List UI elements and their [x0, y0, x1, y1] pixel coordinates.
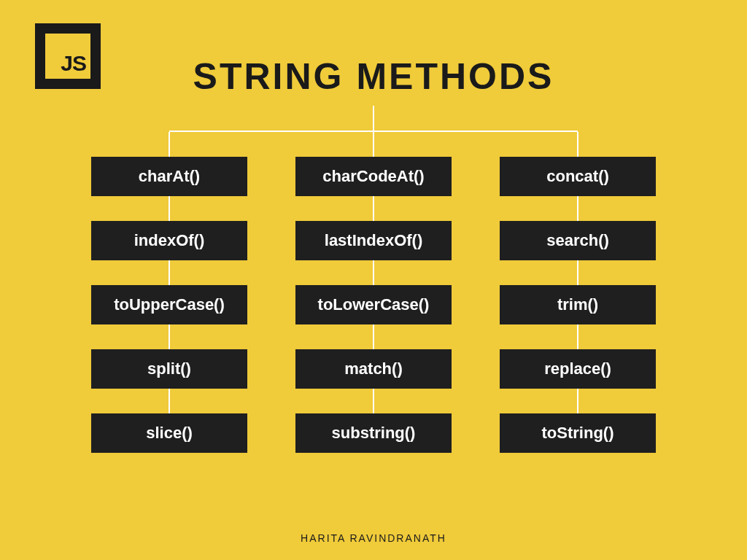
method-label: toString() [542, 424, 614, 443]
method-label: charAt() [139, 167, 200, 186]
method-box: toLowerCase() [295, 285, 452, 324]
connector-vertical [373, 132, 374, 157]
column-1: charAt() indexOf() toUpperCase() split()… [91, 132, 247, 453]
connector-vertical [169, 196, 170, 221]
connector-vertical [169, 132, 170, 157]
method-label: charCodeAt() [322, 167, 424, 186]
method-box: toUpperCase() [91, 285, 247, 324]
method-label: replace() [544, 359, 611, 378]
column-2: charCodeAt() lastIndexOf() toLowerCase()… [295, 132, 452, 453]
column-3: concat() search() trim() replace() toStr… [500, 132, 656, 453]
method-label: toLowerCase() [318, 295, 430, 314]
method-box: indexOf() [91, 221, 247, 260]
method-label: search() [546, 231, 609, 250]
method-label: substring() [332, 424, 416, 443]
method-box: concat() [500, 157, 656, 196]
connector-vertical-top [373, 106, 374, 131]
diagram-container: charAt() indexOf() toUpperCase() split()… [0, 106, 747, 453]
connector-vertical [169, 324, 170, 349]
connector-vertical [169, 389, 170, 413]
connector-vertical [373, 260, 374, 285]
connector-vertical [577, 389, 578, 413]
page-title: STRING METHODS [0, 55, 747, 98]
method-box: trim() [500, 285, 656, 324]
method-box: substring() [295, 413, 452, 453]
method-box: slice() [91, 413, 247, 453]
method-label: slice() [146, 424, 193, 443]
method-box: toString() [500, 413, 656, 453]
method-label: split() [147, 359, 191, 378]
author-credit: HARITA RAVINDRANATH [0, 532, 747, 544]
columns-wrapper: charAt() indexOf() toUpperCase() split()… [91, 132, 656, 453]
connector-vertical [373, 324, 374, 349]
connector-horizontal [169, 131, 578, 132]
method-label: lastIndexOf() [325, 231, 422, 250]
connector-vertical [169, 260, 170, 285]
method-label: indexOf() [134, 231, 205, 250]
method-box: charCodeAt() [295, 157, 452, 196]
connector-vertical [577, 260, 578, 285]
method-label: toUpperCase() [114, 295, 225, 314]
connector-vertical [577, 196, 578, 221]
method-label: trim() [557, 295, 598, 314]
connector-vertical [373, 196, 374, 221]
method-label: match() [344, 359, 402, 378]
connector-vertical [577, 324, 578, 349]
method-box: search() [500, 221, 656, 260]
method-box: lastIndexOf() [295, 221, 452, 260]
connector-vertical [373, 389, 374, 413]
method-box: charAt() [91, 157, 247, 196]
method-box: match() [295, 349, 452, 389]
method-box: split() [91, 349, 247, 389]
connector-vertical [577, 132, 578, 157]
method-box: replace() [500, 349, 656, 389]
method-label: concat() [546, 167, 609, 186]
